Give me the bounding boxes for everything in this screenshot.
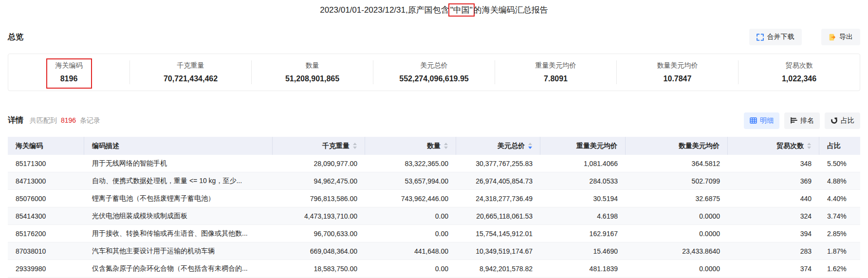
table-row: 85176200用于接收、转换和传输或再生语音、图像或其他数...96,700,… <box>8 225 860 242</box>
column-header-label: 重量美元均价 <box>576 142 617 150</box>
column-header[interactable]: 贸易次数 <box>728 137 819 155</box>
column-header[interactable]: 美元总价 <box>456 137 540 155</box>
table-cell: 10,349,519,174.67 <box>456 242 540 259</box>
table-cell: 0.0000 <box>626 260 728 277</box>
table-cell: 光伏电池组装成模块或制成面板 <box>84 207 273 224</box>
table-row: 29339980仅含氮杂原子的杂环化合物（不包括含有未稠合的...18,583,… <box>8 260 860 278</box>
stat-item: 贸易次数1,022,346 <box>739 60 860 84</box>
table-cell: 283 <box>728 242 819 259</box>
tab-proportion[interactable]: 占比 <box>825 112 860 129</box>
sort-desc-icon[interactable] <box>528 147 532 149</box>
column-header-label: 美元总价 <box>498 142 525 150</box>
column-header: 重量美元均价 <box>540 137 626 155</box>
overview-header-row: 总览 合并下载 导出 <box>8 29 860 45</box>
merge-download-button[interactable]: 合并下载 <box>749 29 802 45</box>
donut-icon <box>831 117 838 124</box>
report-page: 2023/01/01-2023/12/31,原产国包含"中国"的海关编码汇总报告… <box>0 0 868 278</box>
sort-asc-icon[interactable] <box>528 143 532 145</box>
export-button[interactable]: 导出 <box>821 29 860 45</box>
stat-label: 千克重量 <box>130 61 251 70</box>
match-count: 8196 <box>61 116 76 124</box>
view-toggle-group: 明细排名占比 <box>739 112 860 129</box>
table-row: 87038010汽车和其他主要设计用于运输的机动车辆669,048,364.00… <box>8 242 860 260</box>
stat-value: 70,721,434,462 <box>130 74 251 83</box>
stat-item: 重量美元均价7.8091 <box>495 60 617 84</box>
table-cell: 94,962,475.00 <box>273 172 365 189</box>
table-row: 85171300用于无线网络的智能手机28,090,977.0083,322,3… <box>8 155 860 172</box>
table-row: 84713000自动、便携式数据处理机，重量 <= 10 kg，至少...94,… <box>8 172 860 190</box>
sort-carets[interactable] <box>528 143 532 149</box>
tab-label: 占比 <box>841 116 854 125</box>
table-cell: 441,648.00 <box>365 242 456 259</box>
table-cell: 24,318,277,736.49 <box>456 190 540 207</box>
sort-carets[interactable] <box>444 143 448 149</box>
detail-header-row: 详情 共匹配到 8196 条记录 明细排名占比 <box>8 112 860 129</box>
table-cell: 仅含氮杂原子的杂环化合物（不包括含有未稠合的... <box>84 260 273 277</box>
table-cell: 30,377,767,255.83 <box>456 155 540 172</box>
tab-ranking[interactable]: 排名 <box>784 112 820 129</box>
tab-label: 明细 <box>760 116 774 125</box>
table-cell: 4.6198 <box>540 207 626 224</box>
table-cell: 32.6875 <box>626 190 728 207</box>
sort-asc-icon[interactable] <box>353 143 357 145</box>
column-header-label: 编码描述 <box>92 142 119 150</box>
title-suffix: 的海关编码汇总报告 <box>474 5 548 15</box>
tab-label: 排名 <box>800 116 814 125</box>
table-cell: 1.62% <box>819 260 860 277</box>
table-body: 85171300用于无线网络的智能手机28,090,977.0083,322,3… <box>8 155 860 278</box>
sort-desc-icon[interactable] <box>444 147 448 149</box>
column-header-label: 占比 <box>827 142 841 150</box>
table-cell: 364.5812 <box>626 155 728 172</box>
column-header[interactable]: 数量 <box>365 137 456 155</box>
table-cell: 用于接收、转换和传输或再生语音、图像或其他数... <box>84 225 273 242</box>
table-cell: 85414300 <box>8 207 84 224</box>
stat-label: 数量美元均价 <box>617 61 738 70</box>
column-header: 占比 <box>819 137 860 155</box>
table-cell: 348 <box>728 155 819 172</box>
table-cell: 162.9167 <box>540 225 626 242</box>
sort-desc-icon[interactable] <box>807 147 811 149</box>
table-cell: 8,942,201,578.82 <box>456 260 540 277</box>
table-cell: 796,813,586.00 <box>273 190 365 207</box>
overview-heading: 总览 <box>8 32 23 42</box>
stat-value: 10.7847 <box>617 74 738 83</box>
stat-item: 美元总价552,274,096,619.95 <box>373 60 495 84</box>
column-header-label: 数量美元均价 <box>679 142 720 150</box>
sort-asc-icon[interactable] <box>807 143 811 145</box>
title-prefix: 2023/01/01-2023/12/31,原产国包含 <box>320 5 449 15</box>
page-title: 2023/01/01-2023/12/31,原产国包含"中国"的海关编码汇总报告 <box>8 0 860 16</box>
table-cell: 23,433.8640 <box>626 242 728 259</box>
detail-heading: 详情 <box>8 115 23 126</box>
table-cell: 374 <box>728 260 819 277</box>
stat-highlight-annotation: 海关编码8196 <box>46 58 92 89</box>
table-cell: 0.00 <box>365 225 456 242</box>
tab-detail[interactable]: 明细 <box>744 112 779 129</box>
column-header-label: 贸易次数 <box>776 142 804 150</box>
table-cell: 4.40% <box>819 190 860 207</box>
table-cell: 53,657,994.00 <box>365 172 456 189</box>
export-icon <box>829 34 836 41</box>
sort-asc-icon[interactable] <box>444 143 448 145</box>
table-cell: 4.88% <box>819 172 860 189</box>
sort-carets[interactable] <box>807 143 811 149</box>
stat-value: 552,274,096,619.95 <box>373 74 495 83</box>
table-row: 85414300光伏电池组装成模块或制成面板4,473,193,710.000.… <box>8 207 860 225</box>
export-label: 导出 <box>839 33 853 41</box>
column-header: 海关编码 <box>8 137 84 155</box>
column-header: 数量美元均价 <box>626 137 728 155</box>
overview-actions: 合并下载 导出 <box>749 29 860 45</box>
stat-label: 数量 <box>252 61 373 70</box>
merge-download-icon <box>757 34 764 41</box>
sort-desc-icon[interactable] <box>353 147 357 149</box>
match-suffix: 条记录 <box>80 116 100 124</box>
overview-stats: 海关编码8196千克重量70,721,434,462数量51,208,901,8… <box>8 54 860 91</box>
stat-item: 数量美元均价10.7847 <box>617 60 739 84</box>
table-cell: 26,974,405,854.73 <box>456 172 540 189</box>
stat-item: 数量51,208,901,865 <box>252 60 373 84</box>
column-header[interactable]: 千克重量 <box>273 137 365 155</box>
stat-label: 贸易次数 <box>739 61 860 70</box>
table-cell: 2.85% <box>819 225 860 242</box>
table-cell: 85171300 <box>8 155 84 172</box>
sort-carets[interactable] <box>353 143 357 149</box>
stat-label: 美元总价 <box>373 61 495 70</box>
